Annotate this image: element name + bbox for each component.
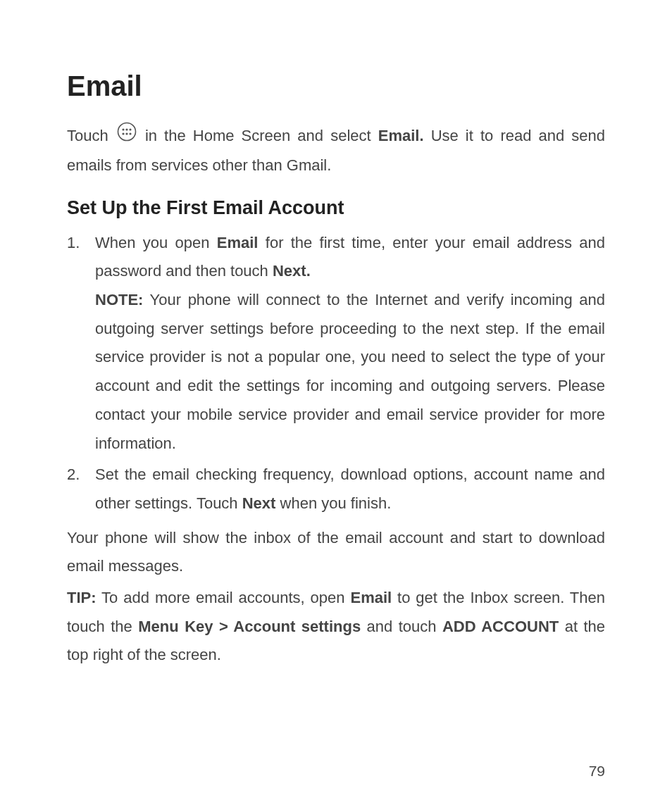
- step-1: When you open Email for the first time, …: [67, 229, 605, 458]
- intro-text-after-icon: in the Home Screen and select: [138, 127, 378, 144]
- intro-text-before-icon: Touch: [67, 127, 116, 144]
- page-title: Email: [67, 70, 605, 102]
- step-1-note-label: NOTE:: [95, 291, 143, 308]
- svg-point-4: [122, 133, 124, 135]
- tip-paragraph: TIP: To add more email accounts, open Em…: [67, 584, 605, 670]
- svg-point-3: [129, 129, 131, 131]
- conclusion-paragraph: Your phone will show the inbox of the em…: [67, 524, 605, 581]
- intro-paragraph: Touch in the Home Screen and select Emai…: [67, 122, 605, 180]
- svg-point-2: [125, 129, 127, 131]
- step-1-part1: When you open: [95, 234, 217, 251]
- tip-part1: To add more email accounts, open: [97, 589, 351, 606]
- apps-grid-icon: [117, 122, 137, 151]
- tip-bold3: ADD ACCOUNT: [442, 618, 559, 635]
- intro-email-bold: Email.: [378, 127, 424, 144]
- steps-list: When you open Email for the first time, …: [67, 229, 605, 518]
- step-2-part2: when you finish.: [275, 494, 391, 512]
- tip-bold1: Email: [350, 589, 392, 606]
- page-number: 79: [589, 763, 605, 780]
- tip-bold2: Menu Key > Account settings: [138, 618, 361, 635]
- tip-label: TIP:: [67, 589, 97, 606]
- svg-point-0: [118, 123, 135, 141]
- step-1-note-text: Your phone will connect to the Internet …: [95, 291, 605, 451]
- step-2: Set the email checking frequency, downlo…: [67, 461, 605, 518]
- svg-point-5: [125, 133, 127, 135]
- step-2-bold1: Next: [242, 494, 276, 512]
- section-heading: Set Up the First Email Account: [67, 197, 605, 219]
- step-1-bold2: Next.: [273, 262, 311, 280]
- tip-part3: and touch: [361, 618, 442, 635]
- step-1-bold1: Email: [217, 234, 259, 251]
- svg-point-1: [122, 129, 124, 131]
- svg-point-6: [129, 133, 131, 135]
